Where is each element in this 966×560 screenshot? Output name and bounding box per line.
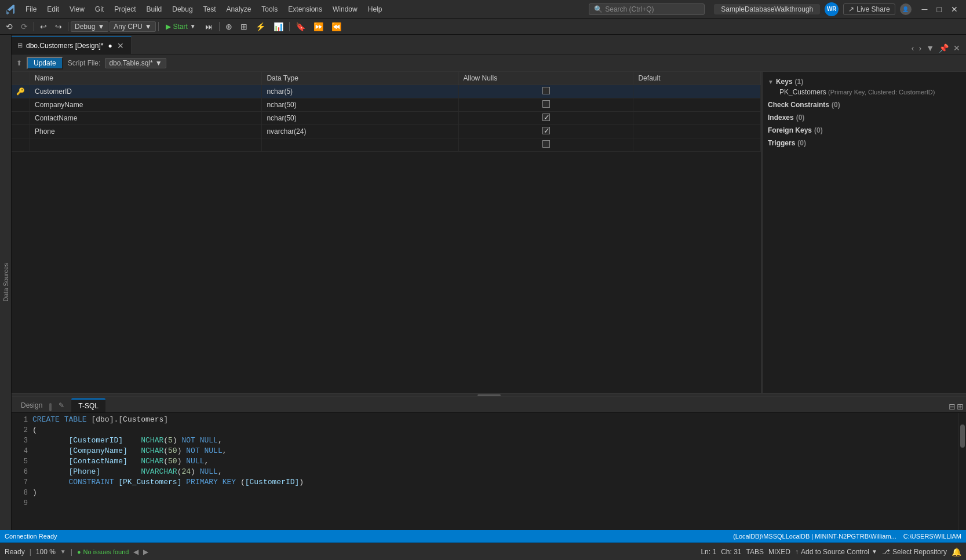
bookmark-next[interactable]: ⏩ xyxy=(310,21,327,32)
code-line[interactable]: 5 [ContactName] NCHAR(50) NULL, xyxy=(12,457,958,467)
redo-button[interactable]: ↪ xyxy=(52,21,65,32)
col-name[interactable]: CompanyName xyxy=(30,98,262,112)
col-allownulls[interactable]: ✓ xyxy=(458,112,633,125)
bookmark-button[interactable]: 🔖 xyxy=(292,21,309,32)
maximize-button[interactable]: □ xyxy=(934,5,945,14)
start-button[interactable]: ▶ Start ▼ xyxy=(161,22,201,31)
tab-scroll-right[interactable]: › xyxy=(917,42,923,54)
col-allownulls[interactable] xyxy=(458,85,633,98)
t-sql-icon-tab[interactable]: ✎ xyxy=(52,398,71,412)
col-name[interactable]: Phone xyxy=(30,125,262,138)
tab-scroll-left[interactable]: ‹ xyxy=(910,42,916,54)
zoom-dropdown-arrow[interactable]: ▼ xyxy=(60,548,66,555)
add-to-source-control[interactable]: ↑ Add to Source Control ▼ xyxy=(795,548,877,556)
undo-button[interactable]: ↩ xyxy=(37,21,50,32)
col-datatype[interactable]: nvarchar(24) xyxy=(262,125,458,138)
col-name[interactable]: ContactName xyxy=(30,112,262,125)
keys-header[interactable]: ▼ Keys (1) xyxy=(768,76,961,87)
tsql-code-editor[interactable]: 1CREATE TABLE [dbo].[Customers]2(3 [Cust… xyxy=(12,413,958,530)
debug-config-dropdown[interactable]: Debug ▼ xyxy=(71,21,108,32)
minimize-button[interactable]: ─ xyxy=(918,5,931,14)
vscrollbar[interactable] xyxy=(958,413,966,530)
menu-test[interactable]: Test xyxy=(199,3,221,15)
table-row[interactable]: CompanyNamenchar(50) xyxy=(12,98,761,112)
menu-view[interactable]: View xyxy=(65,3,89,15)
menu-analyze[interactable]: Analyze xyxy=(222,3,256,15)
code-line[interactable]: 1CREATE TABLE [dbo].[Customers] xyxy=(12,415,958,426)
menu-tools[interactable]: Tools xyxy=(257,3,282,15)
col-datatype[interactable]: nchar(50) xyxy=(262,98,458,112)
table-row[interactable]: Phonenvarchar(24)✓ xyxy=(12,125,761,138)
code-line[interactable]: 8) xyxy=(12,488,958,499)
search-box[interactable]: 🔍 Search (Ctrl+Q) xyxy=(589,3,705,15)
col-allownulls[interactable]: ✓ xyxy=(458,125,633,138)
code-line[interactable]: 2( xyxy=(12,426,958,436)
select-repository-button[interactable]: ⎇ Select Repository xyxy=(882,548,947,556)
col-default[interactable] xyxy=(633,125,761,138)
tab-close-button[interactable]: ✕ xyxy=(116,41,125,50)
menu-window[interactable]: Window xyxy=(328,3,362,15)
menu-file[interactable]: File xyxy=(21,3,41,15)
live-share-button[interactable]: ↗ Live Share xyxy=(843,3,895,15)
col-datatype[interactable]: nchar(5) xyxy=(262,85,458,98)
check-constraints-count: (0) xyxy=(832,101,840,109)
table-row[interactable]: ContactNamenchar(50)✓ xyxy=(12,112,761,125)
tab-actions: ‹ › ▼ 📌 ✕ xyxy=(906,42,966,54)
line-content: [CustomerID] NCHAR(5) NOT NULL, xyxy=(32,436,958,445)
tsql-split-vertical[interactable]: ⊟ xyxy=(949,402,956,411)
diagnostics-button[interactable]: 📊 xyxy=(270,21,287,32)
scroll-right[interactable]: ▶ xyxy=(143,548,148,556)
forward-button[interactable]: ⟳ xyxy=(17,21,31,32)
attach-button[interactable]: ⊕ xyxy=(222,21,236,32)
script-file-dropdown[interactable]: dbo.Table.sql* ▼ xyxy=(105,58,166,68)
table-row[interactable]: 🔑CustomerIDnchar(5) xyxy=(12,85,761,98)
line-content: ) xyxy=(32,488,958,497)
line-content: CREATE TABLE [dbo].[Customers] xyxy=(32,415,958,424)
update-button[interactable]: Update xyxy=(27,57,63,69)
platform-dropdown[interactable]: Any CPU ▼ xyxy=(110,21,155,32)
code-line[interactable]: 4 [CompanyName] NCHAR(50) NOT NULL, xyxy=(12,446,958,457)
code-line[interactable]: 9 xyxy=(12,499,958,509)
bookmark-prev[interactable]: ⏪ xyxy=(328,21,345,32)
back-button[interactable]: ⟲ xyxy=(2,21,16,32)
check-constraints-header[interactable]: Check Constraints (0) xyxy=(768,100,961,110)
menu-git[interactable]: Git xyxy=(90,3,108,15)
foreign-keys-header[interactable]: Foreign Keys (0) xyxy=(768,125,961,136)
pk-item[interactable]: PK_Customers (Primary Key, Clustered: Cu… xyxy=(768,87,961,97)
tsql-tab[interactable]: T-SQL xyxy=(71,398,105,412)
triggers-header[interactable]: Triggers (0) xyxy=(768,138,961,148)
menu-extensions[interactable]: Extensions xyxy=(283,3,327,15)
col-allownulls[interactable] xyxy=(458,98,633,112)
design-tab[interactable]: Design xyxy=(14,398,49,412)
col-default[interactable] xyxy=(633,85,761,98)
menu-debug[interactable]: Debug xyxy=(167,3,197,15)
line-content: CONSTRAINT [PK_Customers] PRIMARY KEY ([… xyxy=(32,478,958,486)
frames-button[interactable]: ⊞ xyxy=(237,21,251,32)
close-all-tabs[interactable]: ✕ xyxy=(952,42,961,54)
code-line[interactable]: 7 CONSTRAINT [PK_Customers] PRIMARY KEY … xyxy=(12,478,958,488)
step-over-button[interactable]: ⏭ xyxy=(202,21,217,32)
col-default[interactable] xyxy=(633,98,761,112)
menu-help[interactable]: Help xyxy=(363,3,387,15)
active-tab[interactable]: ⊞ dbo.Customers [Design]* ● ✕ xyxy=(12,36,132,54)
menu-edit[interactable]: Edit xyxy=(42,3,64,15)
perf-button[interactable]: ⚡ xyxy=(252,21,269,32)
menu-build[interactable]: Build xyxy=(142,3,167,15)
code-line[interactable]: 6 [Phone] NVARCHAR(24) NULL, xyxy=(12,467,958,478)
notification-icon[interactable]: 🔔 xyxy=(952,547,961,557)
toolbar-sep-4 xyxy=(219,22,220,31)
col-name[interactable]: CustomerID xyxy=(30,85,262,98)
tab-menu[interactable]: ▼ xyxy=(925,42,935,54)
tsql-tab-actions: ⊟ ⊞ xyxy=(949,402,964,412)
pin-tab[interactable]: 📌 xyxy=(938,42,950,54)
scroll-left[interactable]: ◀ xyxy=(133,548,138,556)
code-line[interactable]: 3 [CustomerID] NCHAR(5) NOT NULL, xyxy=(12,436,958,446)
data-sources-sidebar[interactable]: Data Sources xyxy=(0,35,12,530)
menu-project[interactable]: Project xyxy=(110,3,140,15)
col-datatype[interactable]: nchar(50) xyxy=(262,112,458,125)
tsql-split-horizontal[interactable]: ⊞ xyxy=(957,402,964,411)
indexes-header[interactable]: Indexes (0) xyxy=(768,112,961,123)
close-button[interactable]: ✕ xyxy=(947,5,961,14)
profile-button[interactable]: 👤 xyxy=(900,3,912,15)
col-default[interactable] xyxy=(633,112,761,125)
